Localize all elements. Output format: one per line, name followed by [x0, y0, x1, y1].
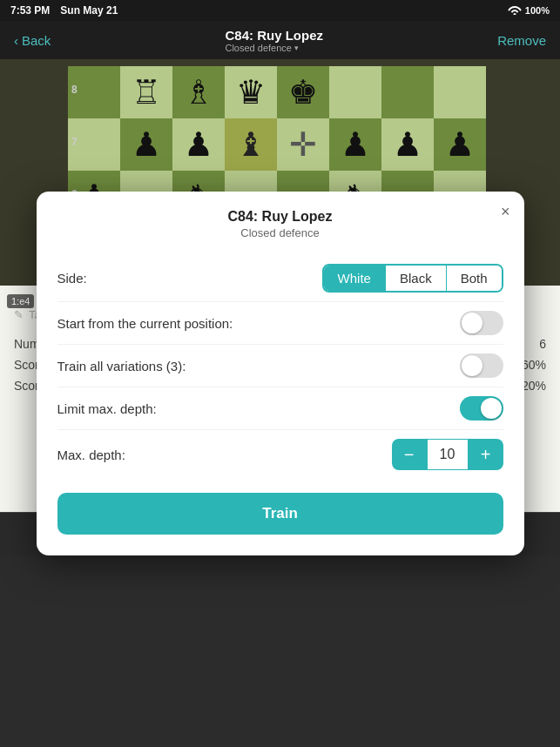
train-variations-toggle[interactable]	[460, 353, 503, 378]
training-modal: × C84: Ruy Lopez Closed defence Side: Wh…	[37, 192, 524, 555]
increment-button[interactable]: +	[469, 439, 503, 470]
limit-depth-label: Limit max. depth:	[57, 401, 157, 416]
modal-subtitle: Closed defence	[57, 226, 503, 239]
modal-title: C84: Ruy Lopez	[57, 209, 503, 225]
both-button[interactable]: Both	[446, 266, 502, 291]
black-button[interactable]: Black	[385, 266, 446, 291]
train-variations-label: Train all variations (3):	[57, 359, 186, 374]
modal-backdrop: × C84: Ruy Lopez Closed defence Side: Wh…	[0, 0, 560, 747]
decrement-button[interactable]: −	[392, 439, 427, 470]
train-button[interactable]: Train	[57, 493, 503, 535]
depth-value: 10	[427, 439, 469, 470]
toggle-knob-2	[462, 355, 482, 376]
limit-depth-toggle[interactable]	[460, 396, 503, 421]
max-depth-label: Max. depth:	[57, 448, 125, 462]
toggle-knob	[462, 313, 482, 333]
side-segmented[interactable]: White Black Both	[322, 264, 503, 293]
start-position-row: Start from the current position:	[57, 302, 503, 345]
modal-close-button[interactable]: ×	[501, 204, 510, 219]
side-row: Side: White Black Both	[57, 255, 503, 302]
depth-stepper: − 10 +	[392, 439, 503, 470]
white-button[interactable]: White	[324, 266, 385, 291]
side-label: Side:	[57, 271, 87, 286]
toggle-knob-3	[481, 398, 502, 419]
start-position-label: Start from the current position:	[57, 316, 233, 331]
limit-depth-row: Limit max. depth:	[57, 387, 503, 430]
start-position-toggle[interactable]	[460, 311, 503, 335]
train-variations-row: Train all variations (3):	[57, 345, 503, 387]
max-depth-row: Max. depth: − 10 +	[57, 430, 503, 479]
